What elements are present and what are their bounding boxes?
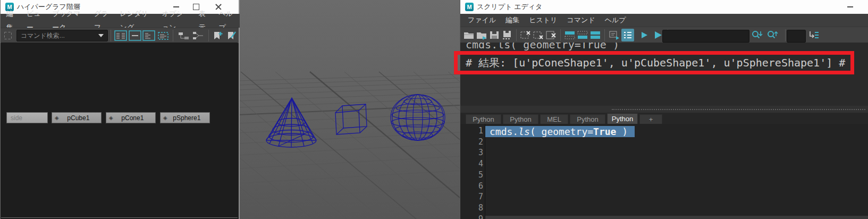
viewport-canvas [238, 0, 460, 219]
line-numbers-icon [622, 30, 633, 40]
line-numbers-toggle-button[interactable] [621, 29, 634, 41]
minimize-button[interactable] [842, 0, 858, 14]
echo-commands-icon [609, 30, 620, 40]
add-bookmark-button[interactable] [212, 29, 225, 42]
node-side-camera[interactable]: side [6, 112, 48, 123]
pane-splitter[interactable] [460, 106, 868, 113]
clear-all-icon [545, 30, 557, 40]
horizontal-scrollbar[interactable] [485, 216, 868, 219]
save-to-shelf-icon [501, 30, 513, 40]
goto-line-button[interactable] [807, 29, 821, 41]
node-label: side [7, 114, 47, 122]
cube-wireframe[interactable] [335, 104, 367, 134]
search-previous-button[interactable] [765, 29, 779, 41]
transform-node-icon: ◈ [55, 115, 59, 121]
script-input-pane[interactable]: 1 2 3 4 5 6 7 8 9 cmds.ls( geometry=True… [460, 124, 868, 219]
toolbar-separator [173, 30, 173, 41]
search-previous-icon [766, 30, 778, 40]
node-label: pSphere1 [170, 114, 209, 122]
hypergraph-canvas[interactable]: side ◈ pCube1 ◈ pCone1 ◈ pSphere1 [1, 43, 238, 218]
upstream-connections-button[interactable] [176, 29, 191, 42]
show-both-panes-button[interactable] [589, 28, 602, 42]
sphere-wireframe[interactable] [391, 95, 445, 140]
menu-help[interactable]: ヘルプ [600, 13, 631, 27]
line-number: 7 [460, 191, 483, 203]
clear-input-icon [520, 30, 532, 40]
line-number: 8 [460, 203, 483, 214]
save-script-button[interactable] [488, 28, 501, 42]
script-editor-window: M スクリプト エディタ ファイル 編集 ヒストリ コマンド ヘルプ [460, 0, 868, 219]
clear-history-button[interactable] [532, 28, 545, 42]
select-tool-button[interactable] [2, 29, 14, 42]
echo-commands-button[interactable] [608, 28, 621, 42]
downstream-connections-button[interactable] [191, 29, 206, 42]
search-next-button[interactable] [750, 29, 764, 41]
script-editor-menubar: ファイル 編集 ヒストリ コマンド ヘルプ [460, 14, 868, 27]
execute-button[interactable] [637, 28, 651, 42]
toolbar-separator [560, 29, 561, 41]
maya-logo-icon: M [465, 3, 474, 11]
expand-node-button[interactable] [142, 29, 156, 42]
line-number: 6 [460, 181, 483, 192]
tab-mel[interactable]: MEL [540, 114, 568, 124]
script-editor-toolbar [460, 27, 868, 43]
menu-command[interactable]: コマンド [562, 13, 600, 27]
tab-python-1[interactable]: Python [466, 114, 501, 124]
command-search-combo[interactable]: コマンド検索... [16, 30, 108, 41]
transform-node-icon: ◈ [163, 115, 167, 121]
clear-all-button[interactable] [545, 28, 558, 42]
show-input-pane-icon [577, 30, 588, 40]
grid-axis-line-heavy [310, 72, 460, 219]
add-tab-button[interactable]: + [639, 114, 662, 124]
expand-node-icon [142, 30, 155, 41]
command-search-placeholder: コマンド検索... [21, 31, 98, 40]
hierarchy-layout-button[interactable] [114, 29, 128, 42]
history-echo-line: cmds.ls( geometry=True ) [466, 43, 619, 51]
grid-axis-line [241, 72, 416, 219]
menu-edit[interactable]: 編集 [501, 13, 524, 27]
goto-line-input[interactable] [787, 30, 806, 43]
clear-input-button[interactable] [519, 28, 532, 42]
splitter-handle [612, 109, 865, 110]
hypergraph-toolbar: コマンド検索... [1, 28, 239, 43]
node-label: pCone1 [115, 114, 155, 122]
minimize-icon [847, 6, 853, 7]
perspective-viewport[interactable] [238, 0, 460, 219]
hypergraph-window: M ハイパーグラフ階層 編集 ビュー ブックマーク グラフ レンダリング オプシ… [0, 0, 240, 219]
annotation-red-box [454, 51, 854, 74]
chevron-down-icon [98, 34, 104, 37]
script-editor-window-title: スクリプト エディタ [477, 2, 542, 12]
node-pcube1[interactable]: ◈ pCube1 [52, 112, 102, 123]
show-input-pane-button[interactable] [576, 28, 589, 42]
script-editor-titlebar[interactable]: M スクリプト エディタ [460, 0, 868, 14]
maya-desktop: M ハイパーグラフ階層 編集 ビュー ブックマーク グラフ レンダリング オプシ… [0, 0, 868, 219]
search-input[interactable] [662, 30, 749, 43]
upstream-connections-icon [177, 31, 190, 40]
tab-python-3[interactable]: Python [570, 114, 605, 124]
save-to-shelf-button[interactable] [501, 28, 513, 42]
toolbar-separator [516, 29, 517, 41]
collapse-node-button[interactable] [128, 29, 142, 42]
execute-all-icon [653, 30, 663, 40]
collapse-node-icon [129, 30, 141, 41]
tab-python-active[interactable]: Python [607, 113, 638, 124]
execute-icon [640, 31, 648, 39]
line-number: 4 [460, 158, 483, 170]
clear-history-icon [533, 30, 544, 40]
menu-file[interactable]: ファイル [463, 13, 501, 27]
menu-history[interactable]: ヒストリ [524, 13, 562, 27]
node-pcone1[interactable]: ◈ pCone1 [106, 112, 156, 123]
gutter-divider [485, 124, 485, 219]
load-script-button[interactable] [475, 28, 488, 42]
hierarchy-layout-icon [114, 30, 127, 41]
traversal-depth-button[interactable] [156, 29, 171, 42]
tab-python-2[interactable]: Python [503, 114, 538, 124]
open-script-icon [463, 30, 475, 40]
edit-bookmark-button[interactable] [225, 29, 239, 42]
code-text: cmds.ls( geometry=True ) [490, 126, 628, 137]
show-history-pane-button[interactable] [563, 28, 576, 42]
line-number: 5 [460, 170, 483, 181]
open-script-button[interactable] [462, 28, 475, 42]
selected-code-line[interactable]: cmds.ls( geometry=True ) [485, 126, 635, 137]
node-psphere1[interactable]: ◈ pSphere1 [160, 112, 210, 123]
